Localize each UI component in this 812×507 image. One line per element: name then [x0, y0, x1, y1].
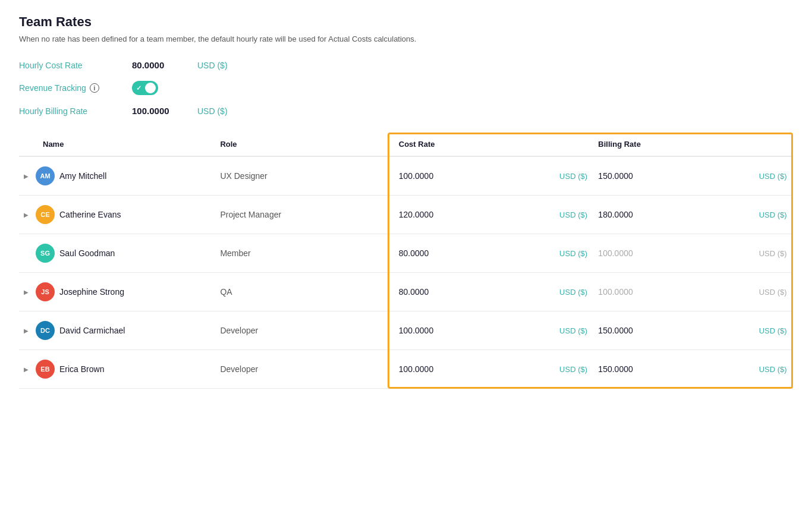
member-role: Member: [220, 248, 250, 258]
revenue-tracking-row: Revenue Tracking i ✓: [19, 81, 793, 95]
toggle-slider: ✓: [132, 81, 158, 95]
cost-rate-value: 100.0000: [399, 171, 433, 181]
cost-rate-cell-4: 100.0000: [394, 311, 555, 350]
name-cell-4: ▶DCDavid Carmichael: [19, 311, 215, 349]
table-header-row: Name Role Cost Rate Billing Rate: [19, 133, 793, 156]
role-cell-3: QA: [215, 273, 394, 311]
billing-rate-value: 150.0000: [598, 364, 632, 374]
page-title: Team Rates: [19, 14, 793, 30]
name-cell-1: ▶CECatherine Evans: [19, 196, 215, 234]
member-name: David Carmichael: [59, 326, 125, 335]
team-rates-table: Name Role Cost Rate Billing Rate ▶AMAmy …: [19, 133, 793, 389]
billing-rate-value: 180.0000: [598, 210, 632, 219]
billing-currency: USD ($): [759, 210, 787, 219]
avatar: DC: [36, 321, 55, 340]
billing-currency-cell-2: USD ($): [754, 234, 793, 273]
avatar: CE: [36, 205, 55, 224]
expand-arrow-icon[interactable]: ▶: [24, 327, 31, 334]
hourly-cost-rate-value: 80.0000: [132, 60, 197, 70]
revenue-tracking-toggle[interactable]: ✓: [132, 81, 158, 95]
team-rates-table-container: Name Role Cost Rate Billing Rate ▶AMAmy …: [19, 133, 793, 389]
cost-currency: USD ($): [559, 288, 587, 297]
billing-rate-cell-1: 180.0000: [593, 196, 754, 234]
role-cell-0: UX Designer: [215, 156, 394, 196]
role-cell-4: Developer: [215, 311, 394, 350]
billing-rate-cell-2: 100.0000: [593, 234, 754, 273]
table-row: ▶EBErica BrownDeveloper100.0000USD ($)15…: [19, 350, 793, 389]
expand-arrow-icon[interactable]: ▶: [24, 289, 31, 295]
role-cell-1: Project Manager: [215, 196, 394, 234]
expand-arrow-icon[interactable]: ▶: [24, 212, 31, 218]
hourly-cost-rate-label: Hourly Cost Rate: [19, 61, 132, 70]
cost-rate-cell-3: 80.0000: [394, 273, 555, 311]
cost-currency-cell-4: USD ($): [555, 311, 593, 350]
hourly-billing-rate-value: 100.0000: [132, 106, 197, 116]
table-row: ▶AMAmy MitchellUX Designer100.0000USD ($…: [19, 156, 793, 196]
billing-currency-cell-4: USD ($): [754, 311, 793, 350]
member-name: Josephine Strong: [59, 287, 124, 297]
page-subtitle: When no rate has been defined for a team…: [19, 34, 435, 43]
revenue-tracking-label: Revenue Tracking i: [19, 83, 132, 93]
cost-currency-cell-3: USD ($): [555, 273, 593, 311]
billing-currency-cell-0: USD ($): [754, 156, 793, 196]
table-row: ▶CECatherine EvansProject Manager120.000…: [19, 196, 793, 234]
member-role: Developer: [220, 326, 258, 335]
cost-rate-value: 80.0000: [399, 287, 429, 297]
toggle-check-icon: ✓: [136, 84, 141, 92]
name-cell-5: ▶EBErica Brown: [19, 350, 215, 388]
member-role: QA: [220, 287, 232, 297]
hourly-billing-rate-label: Hourly Billing Rate: [19, 106, 132, 116]
avatar: SG: [36, 244, 55, 263]
billing-currency: USD ($): [759, 172, 787, 181]
billing-currency-cell-3: USD ($): [754, 273, 793, 311]
member-name: Erica Brown: [59, 364, 104, 374]
name-cell-3: ▶JSJosephine Strong: [19, 273, 215, 311]
billing-rate-value: 100.0000: [598, 287, 632, 297]
name-cell-0: ▶AMAmy Mitchell: [19, 157, 215, 195]
expand-arrow-icon[interactable]: ▶: [24, 173, 31, 180]
avatar: AM: [36, 166, 55, 185]
cost-rate-cell-5: 100.0000: [394, 350, 555, 389]
cost-currency: USD ($): [559, 249, 587, 258]
hourly-billing-rate-row: Hourly Billing Rate 100.0000 USD ($): [19, 106, 793, 116]
avatar: JS: [36, 282, 55, 301]
cost-currency-cell-2: USD ($): [555, 234, 593, 273]
table-row: ▶DCDavid CarmichaelDeveloper100.0000USD …: [19, 311, 793, 350]
col-billing-currency-spacer: [754, 133, 793, 156]
member-name: Saul Goodman: [59, 248, 115, 258]
cost-currency: USD ($): [559, 326, 587, 335]
cost-currency: USD ($): [559, 365, 587, 374]
role-cell-2: Member: [215, 234, 394, 273]
toggle-label[interactable]: ✓: [132, 81, 158, 95]
cost-rate-cell-2: 80.0000: [394, 234, 555, 273]
cost-currency: USD ($): [559, 172, 587, 181]
cost-currency-cell-5: USD ($): [555, 350, 593, 389]
member-role: Project Manager: [220, 210, 281, 219]
cost-rate-value: 100.0000: [399, 326, 433, 335]
member-role: Developer: [220, 364, 258, 374]
col-header-role: Role: [215, 133, 394, 156]
expand-arrow-icon[interactable]: ▶: [24, 366, 31, 373]
billing-currency: USD ($): [759, 326, 787, 335]
cost-rate-cell-0: 100.0000: [394, 156, 555, 196]
billing-currency-cell-5: USD ($): [754, 350, 793, 389]
col-header-name: Name: [19, 133, 215, 156]
revenue-tracking-info-icon[interactable]: i: [90, 83, 99, 93]
table-row: ▶JSJosephine StrongQA80.0000USD ($)100.0…: [19, 273, 793, 311]
member-name: Catherine Evans: [59, 210, 121, 219]
hourly-cost-rate-row: Hourly Cost Rate 80.0000 USD ($): [19, 60, 793, 70]
col-header-billing-rate: Billing Rate: [593, 133, 754, 156]
billing-rate-value: 150.0000: [598, 171, 632, 181]
billing-currency: USD ($): [759, 365, 787, 374]
cost-rate-value: 80.0000: [399, 248, 429, 258]
billing-rate-cell-5: 150.0000: [593, 350, 754, 389]
billing-currency-cell-1: USD ($): [754, 196, 793, 234]
cost-currency: USD ($): [559, 210, 587, 219]
billing-rate-value: 100.0000: [598, 248, 632, 258]
hourly-cost-rate-currency: USD ($): [197, 61, 228, 70]
avatar: EB: [36, 360, 55, 379]
table-body: ▶AMAmy MitchellUX Designer100.0000USD ($…: [19, 156, 793, 389]
billing-rate-cell-0: 150.0000: [593, 156, 754, 196]
cost-rate-value: 100.0000: [399, 364, 433, 374]
billing-currency: USD ($): [759, 288, 787, 297]
